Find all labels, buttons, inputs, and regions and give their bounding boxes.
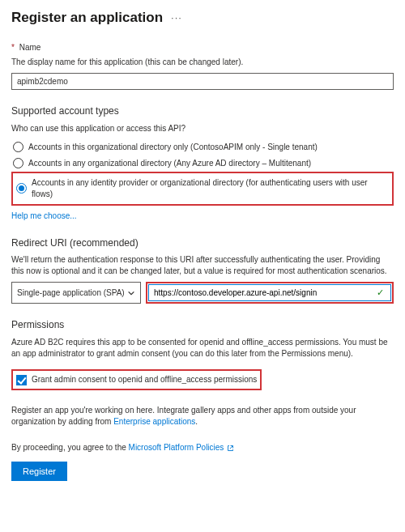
radio-label: Accounts in any organizational directory… — [28, 158, 311, 169]
account-types-heading: Supported account types — [11, 104, 394, 118]
highlight-box: Grant admin consent to openid and offlin… — [11, 369, 262, 390]
redirect-helper: We'll return the authentication response… — [11, 254, 394, 277]
highlight-box: ✓ — [146, 282, 394, 304]
radio-label: Accounts in any identity provider or org… — [32, 177, 389, 200]
page-title: Register an application — [11, 8, 163, 28]
permissions-helper: Azure AD B2C requires this app to be con… — [11, 337, 394, 360]
external-link-icon — [227, 445, 234, 452]
footer-note: Register an app you're working on here. … — [11, 405, 394, 428]
name-label: Name — [19, 43, 41, 52]
radio-input[interactable] — [16, 183, 27, 194]
checkmark-icon: ✓ — [377, 287, 384, 299]
admin-consent-label: Grant admin consent to openid and offlin… — [32, 374, 257, 385]
radio-input[interactable] — [13, 158, 23, 168]
account-type-option-1[interactable]: Accounts in any organizational directory… — [11, 155, 394, 172]
platform-select-value: Single-page application (SPA) — [17, 287, 125, 299]
radio-input[interactable] — [13, 142, 23, 152]
admin-consent-checkbox-row[interactable]: Grant admin consent to openid and offlin… — [15, 372, 258, 387]
chevron-down-icon — [127, 289, 135, 297]
admin-consent-checkbox[interactable] — [16, 375, 27, 385]
account-type-option-2[interactable]: Accounts in any identity provider or org… — [15, 175, 390, 202]
name-helper: The display name for this application (t… — [11, 57, 394, 68]
register-button[interactable]: Register — [11, 462, 67, 481]
radio-label: Accounts in this organizational director… — [28, 142, 318, 153]
more-icon[interactable]: ··· — [171, 11, 182, 25]
redirect-heading: Redirect URI (recommended) — [11, 236, 394, 250]
name-input[interactable] — [11, 73, 394, 90]
permissions-heading: Permissions — [11, 318, 394, 332]
redirect-url-input[interactable] — [148, 284, 391, 301]
platform-select[interactable]: Single-page application (SPA) — [11, 282, 141, 304]
required-asterisk: * — [11, 43, 15, 52]
help-me-choose-link[interactable]: Help me choose... — [11, 211, 394, 222]
account-types-helper: Who can use this application or access t… — [11, 123, 394, 134]
enterprise-applications-link[interactable]: Enterprise applications — [113, 417, 195, 426]
platform-policies-link[interactable]: Microsoft Platform Policies — [129, 443, 224, 452]
policy-text: By proceeding, you agree to the Microsof… — [11, 442, 224, 453]
highlight-box: Accounts in any identity provider or org… — [11, 172, 394, 206]
account-type-option-0[interactable]: Accounts in this organizational director… — [11, 139, 394, 155]
